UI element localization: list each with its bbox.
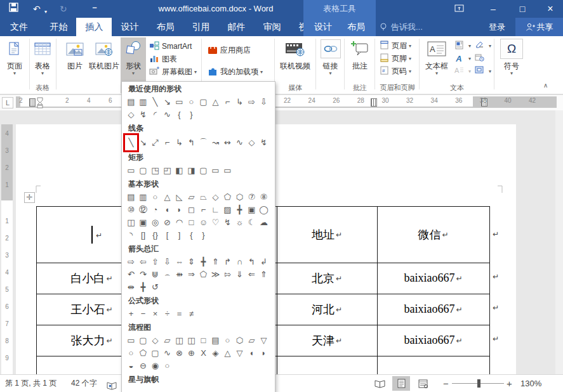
comment-button[interactable]: 批注 — [347, 37, 373, 70]
shape-cell[interactable]: ⬠ — [137, 347, 149, 360]
shape-cell[interactable]: ▱ — [246, 334, 258, 347]
shape-cell[interactable]: ◈ — [209, 347, 222, 360]
shape-cell[interactable]: ╋ — [197, 256, 209, 268]
shape-cell[interactable]: ⇐ — [246, 268, 258, 281]
shape-cell[interactable]: × — [149, 308, 161, 320]
shape-cell[interactable]: ▭ — [222, 164, 234, 177]
shape-cell[interactable]: ⇨ — [125, 256, 137, 268]
shape-cell[interactable]: ◇ — [149, 334, 161, 347]
shape-cell[interactable]: ⇔ — [173, 256, 185, 268]
shape-cell[interactable]: ⑦ — [246, 191, 258, 204]
shape-cell[interactable]: ╋ — [137, 281, 149, 294]
print-layout-view-button[interactable] — [392, 376, 410, 391]
shape-cell[interactable]: ⌒ — [197, 135, 209, 150]
symbol-button[interactable]: Ω 符号 ▾ — [498, 37, 525, 76]
shape-cell[interactable]: □ — [197, 334, 209, 347]
shape-cell[interactable]: ◉ — [149, 360, 161, 372]
shape-cell[interactable]: ▭ — [125, 164, 137, 177]
shape-cell[interactable]: ⋓ — [149, 268, 161, 281]
table-cell[interactable]: 天津↵ — [277, 325, 378, 356]
shape-cell[interactable]: ↶ — [125, 268, 137, 281]
document-area[interactable]: ✛ ↵地址↵微信↵白小白↵北京↵baixiao667↵王小石↵河北↵baixia… — [0, 110, 563, 374]
shape-cell[interactable]: ⏢ — [197, 191, 209, 204]
indent-markers[interactable] — [36, 96, 45, 112]
shape-cell[interactable]: − — [137, 308, 149, 320]
smartart-button[interactable]: SmartArt — [149, 40, 197, 53]
shape-cell[interactable]: ☾ — [246, 216, 258, 229]
signature-line-button[interactable]: ▾ — [474, 39, 491, 52]
shape-cell[interactable]: ⇧ — [149, 256, 161, 268]
shape-cell[interactable]: ⬡ — [234, 334, 246, 347]
shape-cell[interactable]: ▥ — [137, 191, 149, 204]
shape-cell[interactable]: ⇨ — [246, 96, 258, 108]
online-pictures-button[interactable]: 联机图片 — [89, 37, 119, 70]
shape-cell[interactable]: ▢ — [137, 334, 149, 347]
shape-cell[interactable]: ◔ — [149, 204, 161, 216]
vertical-scrollbar[interactable] — [555, 110, 563, 374]
table-cell[interactable] — [377, 356, 489, 374]
web-layout-view-button[interactable] — [414, 376, 432, 391]
store-button[interactable]: 应用商店 — [207, 42, 251, 58]
shape-cell[interactable]: ↰ — [185, 135, 197, 150]
tab-mailings[interactable]: 邮件 — [218, 18, 254, 36]
shape-cell[interactable]: ⇒ — [185, 268, 197, 281]
shape-cell[interactable]: ◺ — [173, 191, 185, 204]
share-button[interactable]: 共享 — [515, 18, 563, 36]
insert-table-button[interactable]: 表格 ▾ — [31, 37, 54, 76]
vertical-ruler[interactable]: 4321123456789 — [1, 124, 13, 374]
shape-cell[interactable]: ⊗ — [173, 347, 185, 360]
shape-cell[interactable]: ◫ — [125, 216, 137, 229]
undo-dropdown-icon[interactable]: ▾ — [44, 6, 47, 18]
shape-cell[interactable]: ⊘ — [161, 216, 173, 229]
shape-cell[interactable]: ▣ — [246, 204, 258, 216]
table-cell[interactable]: baixiao667↵ — [377, 263, 489, 294]
shape-cell[interactable]: ◯ — [258, 204, 270, 216]
shape-cell[interactable]: □ — [185, 216, 197, 229]
shape-cell[interactable]: } — [185, 108, 197, 121]
shape-cell[interactable]: ○ — [185, 96, 197, 108]
shape-cell[interactable]: } — [197, 229, 209, 242]
shape-cell[interactable]: ▢ — [197, 164, 209, 177]
date-time-button[interactable] — [474, 52, 491, 65]
zoom-slider-thumb[interactable] — [477, 379, 480, 388]
shape-cell[interactable]: ↳ — [173, 135, 185, 150]
sign-in-button[interactable]: 登录 — [489, 18, 505, 36]
shape-cell[interactable]: ⇦ — [137, 256, 149, 268]
shape-cell[interactable]: ∿ — [234, 135, 246, 150]
shape-cell[interactable]: △ — [161, 191, 173, 204]
shape-cell[interactable]: ⑧ — [258, 191, 270, 204]
shape-cell[interactable]: ↰ — [246, 256, 258, 268]
shape-cell[interactable]: { — [173, 108, 185, 121]
shape-cell[interactable]: {} — [149, 229, 161, 242]
shape-cell[interactable]: ↯ — [222, 216, 234, 229]
shape-cell[interactable]: ↘ — [137, 135, 149, 150]
online-video-button[interactable]: 联机视频 — [277, 37, 313, 70]
table-cell[interactable]: baixiao667↵ — [377, 294, 489, 325]
shape-cell[interactable]: ▽ — [258, 334, 270, 347]
table-column-marker[interactable] — [371, 98, 377, 107]
pages-button[interactable]: 页面 ▾ — [3, 37, 26, 76]
tab-insert[interactable]: 插入 — [76, 18, 112, 36]
shape-cell[interactable]: ○ — [222, 334, 234, 347]
minimize-icon[interactable]: – — [482, 0, 504, 18]
maximize-icon[interactable]: □ — [512, 0, 533, 18]
shape-cell[interactable]: ◝ — [125, 229, 137, 242]
shape-cell[interactable]: ○ — [161, 360, 173, 372]
header-button[interactable]: 页眉 ▾ — [378, 39, 411, 52]
shape-cell[interactable]: ↯ — [137, 108, 149, 121]
shape-cell[interactable]: X — [197, 347, 209, 360]
shape-cell[interactable]: ◎ — [149, 216, 161, 229]
shape-cell[interactable]: ⊖ — [137, 360, 149, 372]
shape-cell[interactable]: ↱ — [222, 256, 234, 268]
shape-cell[interactable]: ⬠ — [222, 191, 234, 204]
object-button[interactable]: ▾ — [474, 65, 491, 77]
quick-parts-button[interactable]: ▾ — [453, 39, 471, 52]
shape-cell[interactable]: ⑫ — [137, 204, 149, 216]
shape-cell[interactable]: ◗ — [258, 347, 270, 360]
shape-cell[interactable]: ☺ — [197, 216, 209, 229]
shape-cell[interactable]: ↘ — [161, 96, 173, 108]
shape-cell[interactable]: ◇ — [125, 108, 137, 121]
shape-cell[interactable]: ▢ — [137, 164, 149, 177]
shape-cell[interactable]: ⇑ — [258, 268, 270, 281]
tab-home[interactable]: 开始 — [41, 18, 76, 36]
